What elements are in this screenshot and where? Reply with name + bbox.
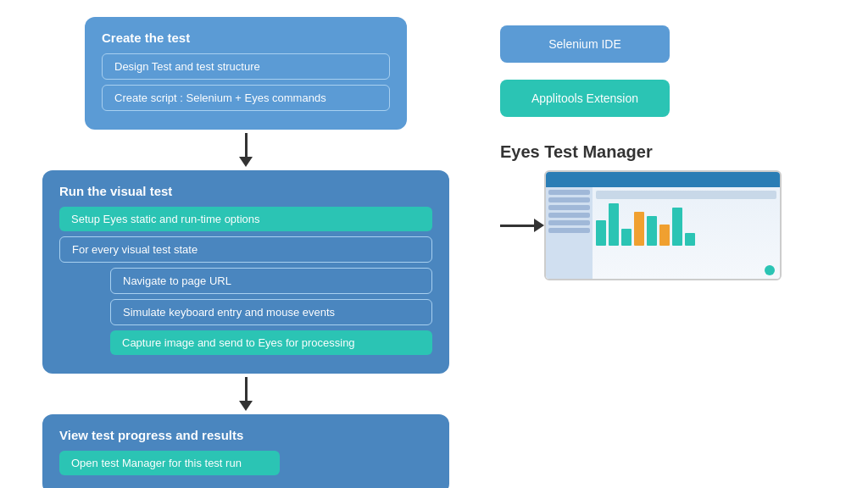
ss-bar-8 bbox=[685, 233, 695, 246]
run-visual-test-box: Run the visual test Setup Eyes static an… bbox=[42, 170, 449, 374]
every-state-subbox: For every visual test state bbox=[59, 236, 432, 263]
ss-sidebar-item-6 bbox=[548, 228, 590, 233]
ss-main bbox=[593, 187, 780, 279]
arrow-horizontal bbox=[500, 219, 544, 232]
capture-subbox: Capture image and send to Eyes for proce… bbox=[110, 330, 432, 355]
view-test-title: View test progress and results bbox=[59, 428, 432, 442]
design-test-label: Design Test and test structure bbox=[114, 60, 260, 73]
create-script-label: Create script : Selenium + Eyes commands bbox=[114, 92, 326, 104]
ss-bar-2 bbox=[609, 203, 619, 246]
ss-content bbox=[546, 187, 780, 279]
arrow-head-1 bbox=[239, 157, 253, 167]
arrow-head-2 bbox=[239, 401, 253, 411]
open-manager-label: Open test Manager for this test run bbox=[71, 457, 242, 469]
simulate-label: Simulate keyboard entry and mouse events bbox=[123, 306, 335, 319]
create-test-title: Create the test bbox=[102, 30, 390, 45]
arrow-2 bbox=[239, 377, 253, 411]
h-arrow-head bbox=[534, 219, 544, 232]
ss-teal-dot bbox=[765, 265, 775, 275]
open-manager-subbox[interactable]: Open test Manager for this test run bbox=[59, 451, 280, 475]
setup-eyes-label: Setup Eyes static and run-time options bbox=[71, 213, 260, 225]
ss-sidebar-item-3 bbox=[548, 205, 590, 210]
ss-sidebar-item-2 bbox=[548, 197, 590, 202]
eyes-manager-section: Eyes Test Manager bbox=[500, 142, 782, 280]
h-arrow-line bbox=[500, 225, 534, 227]
ss-bar-4 bbox=[634, 212, 644, 246]
screenshot-preview bbox=[544, 170, 782, 280]
main-container: Create the test Design Test and test str… bbox=[0, 0, 868, 488]
ss-topbar bbox=[546, 172, 780, 187]
ss-sidebar-item-1 bbox=[548, 190, 590, 195]
right-column: Selenium IDE Applitools Extension Eyes T… bbox=[500, 17, 843, 488]
setup-eyes-subbox: Setup Eyes static and run-time options bbox=[59, 207, 432, 231]
arrow-line-1 bbox=[245, 133, 248, 157]
selenium-ide-button[interactable]: Selenium IDE bbox=[500, 25, 670, 63]
applitools-extension-button[interactable]: Applitools Extension bbox=[500, 80, 670, 117]
ss-bar-6 bbox=[659, 225, 670, 246]
navigate-label: Navigate to page URL bbox=[123, 274, 231, 287]
arrow-line-2 bbox=[245, 377, 248, 401]
eyes-manager-title: Eyes Test Manager bbox=[500, 142, 782, 162]
ss-bar-1 bbox=[596, 220, 606, 246]
ss-bar-3 bbox=[621, 229, 632, 246]
simulate-subbox: Simulate keyboard entry and mouse events bbox=[110, 299, 432, 325]
flow-column: Create the test Design Test and test str… bbox=[25, 17, 466, 488]
manager-arrow-row bbox=[500, 170, 782, 280]
capture-label: Capture image and send to Eyes for proce… bbox=[122, 336, 355, 349]
arrow-1 bbox=[239, 133, 253, 167]
ss-bar-7 bbox=[672, 208, 682, 246]
ss-sidebar-item-5 bbox=[548, 220, 590, 225]
screenshot-inner bbox=[546, 172, 780, 279]
run-test-title: Run the visual test bbox=[59, 184, 432, 198]
ss-bar-5 bbox=[647, 216, 657, 246]
create-test-box: Create the test Design Test and test str… bbox=[85, 17, 407, 130]
ss-toolbar bbox=[596, 191, 776, 199]
view-test-box: View test progress and results Open test… bbox=[42, 414, 449, 488]
ss-chart-row-1 bbox=[596, 203, 776, 246]
ss-sidebar-item-4 bbox=[548, 213, 590, 218]
every-state-label: For every visual test state bbox=[72, 243, 198, 256]
ss-sidebar bbox=[546, 187, 593, 279]
navigate-subbox: Navigate to page URL bbox=[110, 268, 432, 294]
design-test-subbox: Design Test and test structure bbox=[102, 53, 390, 80]
create-script-subbox: Create script : Selenium + Eyes commands bbox=[102, 85, 390, 111]
